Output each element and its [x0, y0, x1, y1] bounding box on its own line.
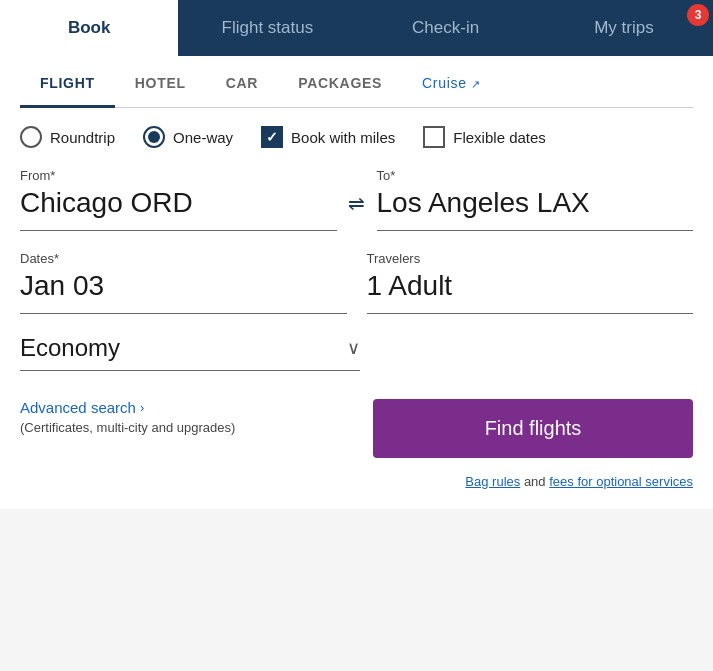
cabin-select[interactable]: Economy ∨ [20, 334, 360, 371]
book-with-miles-label: Book with miles [291, 129, 395, 146]
advanced-search-section: Advanced search › (Certificates, multi-c… [20, 399, 235, 435]
external-link-icon: ↗ [471, 78, 481, 90]
from-label: From* [20, 168, 337, 183]
flexible-dates-label: Flexible dates [453, 129, 546, 146]
dates-field-group: Dates* Jan 03 [20, 251, 347, 314]
chevron-down-icon: ∨ [347, 337, 360, 359]
bag-rules-footer: Bag rules and fees for optional services [20, 474, 693, 489]
dates-travelers-row: Dates* Jan 03 Travelers 1 Adult [20, 251, 693, 314]
roundtrip-radio[interactable] [20, 126, 42, 148]
one-way-radio[interactable] [143, 126, 165, 148]
main-content: FLIGHT HOTEL CAR PACKAGES Cruise ↗ Round… [0, 56, 713, 509]
advanced-search-label: Advanced search [20, 399, 136, 416]
sub-tab-cruise[interactable]: Cruise ↗ [402, 61, 501, 108]
notification-badge: 3 [687, 4, 709, 26]
bag-rules-link[interactable]: Bag rules [465, 474, 520, 489]
cabin-row: Economy ∨ [20, 334, 360, 371]
advanced-search-link[interactable]: Advanced search › [20, 399, 235, 416]
options-row: Roundtrip One-way Book with miles Flexib… [20, 108, 693, 158]
from-input[interactable]: Chicago ORD [20, 187, 337, 231]
sub-tab-flight[interactable]: FLIGHT [20, 61, 115, 108]
advanced-search-sub: (Certificates, multi-city and upgrades) [20, 420, 235, 435]
nav-tabs: Book Flight status Check-in My trips 3 [0, 0, 713, 56]
flexible-dates-checkbox[interactable] [423, 126, 445, 148]
book-with-miles-option[interactable]: Book with miles [261, 126, 395, 148]
one-way-label: One-way [173, 129, 233, 146]
book-with-miles-checkbox[interactable] [261, 126, 283, 148]
travelers-input[interactable]: 1 Adult [367, 270, 694, 314]
cabin-value: Economy [20, 334, 120, 362]
tab-flight-status[interactable]: Flight status [178, 0, 356, 56]
swap-button[interactable]: ⇌ [337, 183, 377, 223]
from-field-group: From* Chicago ORD [20, 168, 337, 231]
roundtrip-option[interactable]: Roundtrip [20, 126, 115, 148]
roundtrip-label: Roundtrip [50, 129, 115, 146]
to-input[interactable]: Los Angeles LAX [377, 187, 694, 231]
sub-tab-car[interactable]: CAR [206, 61, 278, 108]
from-to-row: From* Chicago ORD ⇌ To* Los Angeles LAX [20, 168, 693, 231]
tab-check-in[interactable]: Check-in [357, 0, 535, 56]
bottom-row: Advanced search › (Certificates, multi-c… [20, 399, 693, 458]
find-flights-button[interactable]: Find flights [373, 399, 693, 458]
bag-rules-separator: and [524, 474, 549, 489]
dates-label: Dates* [20, 251, 347, 266]
sub-tabs: FLIGHT HOTEL CAR PACKAGES Cruise ↗ [20, 56, 693, 108]
advanced-search-arrow: › [140, 400, 144, 415]
fees-link[interactable]: fees for optional services [549, 474, 693, 489]
flexible-dates-option[interactable]: Flexible dates [423, 126, 546, 148]
to-field-group: To* Los Angeles LAX [377, 168, 694, 231]
one-way-option[interactable]: One-way [143, 126, 233, 148]
sub-tab-hotel[interactable]: HOTEL [115, 61, 206, 108]
dates-input[interactable]: Jan 03 [20, 270, 347, 314]
tab-my-trips[interactable]: My trips [535, 0, 713, 56]
sub-tab-packages[interactable]: PACKAGES [278, 61, 402, 108]
travelers-label: Travelers [367, 251, 694, 266]
travelers-field-group: Travelers 1 Adult [367, 251, 694, 314]
to-label: To* [377, 168, 694, 183]
tab-book[interactable]: Book [0, 0, 178, 56]
